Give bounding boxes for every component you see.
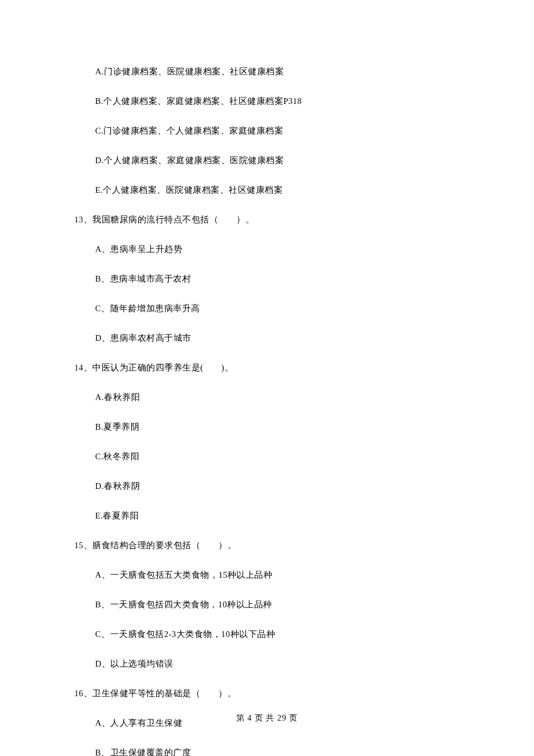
q15-stem: 15、膳食结构合理的要求包括（ ）。 <box>74 540 460 551</box>
q14-option-a: A.春秋养阳 <box>74 392 460 403</box>
q12-option-b: B.个人健康档案、家庭健康档案、社区健康档案P318 <box>74 96 460 107</box>
q14-option-d: D.春秋养阴 <box>74 481 460 492</box>
q16-option-b: B、卫生保健覆盖的广度 <box>74 747 460 756</box>
q13-option-b: B、患病率城市高于农村 <box>74 273 460 285</box>
q13-stem: 13、我国糖尿病的流行特点不包括（ ）。 <box>74 214 460 225</box>
page-content: A.门诊健康档案、医院健康档案、社区健康档案 B.个人健康档案、家庭健康档案、社… <box>0 0 534 756</box>
q15-option-d: D、以上选项均错误 <box>74 658 460 669</box>
q13-option-a: A、患病率呈上升趋势 <box>74 244 460 255</box>
q13-option-c: C、随年龄增加患病率升高 <box>74 303 460 314</box>
q12-option-e: E.个人健康档案、医院健康档案、社区健康档案 <box>74 185 460 196</box>
q13-option-d: D、患病率农村高于城市 <box>74 333 460 344</box>
q14-option-e: E.春夏养阳 <box>74 510 460 521</box>
page-footer: 第 4 页 共 29 页 <box>0 713 534 723</box>
q12-option-c: C.门诊健康档案、个人健康档案、家庭健康档案 <box>74 125 460 136</box>
q14-option-c: C.秋冬养阳 <box>74 451 460 462</box>
q14-stem: 14、中医认为正确的四季养生是( )。 <box>74 362 460 373</box>
q12-option-a: A.门诊健康档案、医院健康档案、社区健康档案 <box>74 66 460 77</box>
q15-option-c: C、一天膳食包括2-3大类食物，10种以下品种 <box>74 629 460 640</box>
q15-option-b: B、一天膳食包括四大类食物，10种以上品种 <box>74 599 460 610</box>
q15-option-a: A、一天膳食包括五大类食物，15种以上品种 <box>74 570 460 581</box>
q14-option-b: B.夏季养阴 <box>74 422 460 433</box>
q16-stem: 16、卫生保健平等性的基础是（ ）。 <box>74 688 460 699</box>
q12-option-d: D.个人健康档案、家庭健康档案、医院健康档案 <box>74 155 460 166</box>
